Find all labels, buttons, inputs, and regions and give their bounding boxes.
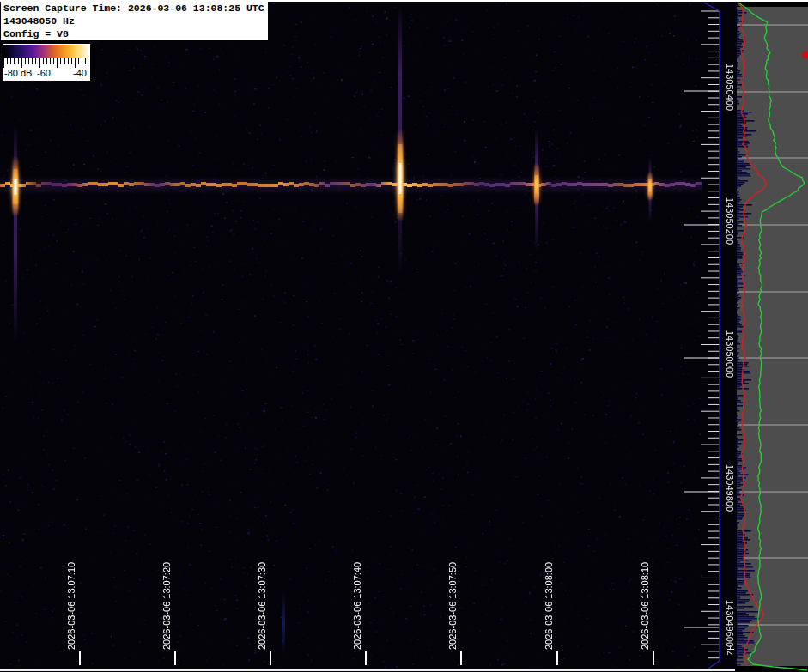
- time-tick-label: 2026-03-06 13:07:40: [351, 562, 363, 650]
- panel-noise-bar: [737, 82, 738, 84]
- time-tick-mark: [174, 651, 176, 665]
- colormap-tick-ruler: [3, 58, 89, 68]
- panel-noise-bar: [737, 606, 753, 608]
- panel-noise-bar: [737, 22, 738, 24]
- panel-noise-bar: [737, 446, 739, 448]
- panel-noise-bar: [737, 518, 742, 520]
- panel-noise-bar: [737, 297, 741, 299]
- panel-noise-bar: [737, 628, 745, 630]
- panel-noise-bar: [737, 326, 744, 328]
- panel-noise-bar: [737, 647, 744, 649]
- panel-noise-bar: [737, 352, 739, 354]
- panel-noise-bar: [737, 64, 738, 65]
- panel-noise-bar: [737, 568, 738, 570]
- panel-noise-bar: [737, 479, 743, 481]
- panel-noise-bar: [737, 493, 739, 494]
- panel-noise-bar: [737, 354, 738, 355]
- panel-noise-bar: [737, 587, 741, 589]
- panel-noise-bar: [737, 623, 738, 625]
- freq-axis-top-diagonal: [704, 3, 720, 11]
- panel-noise-bar: [737, 654, 744, 656]
- panel-noise-bar: [737, 38, 739, 39]
- panel-noise-bar: [737, 206, 743, 208]
- panel-noise-bar: [737, 477, 746, 479]
- panel-noise-bar: [737, 125, 742, 127]
- panel-noise-bar: [737, 290, 739, 292]
- panel-noise-bar: [737, 524, 738, 525]
- panel-noise-bar: [737, 124, 741, 125]
- panel-noise-bar: [737, 187, 738, 189]
- panel-noise-bar: [737, 342, 739, 343]
- panel-noise-bar: [737, 639, 744, 640]
- panel-noise-bar: [737, 505, 740, 506]
- panel-noise-bar: [737, 611, 758, 613]
- panel-noise-bar: [737, 120, 754, 122]
- panel-noise-bar: [737, 256, 742, 257]
- panel-noise-bar: [737, 554, 744, 556]
- panel-noise-bar: [737, 450, 738, 451]
- panel-noise-bar: [737, 285, 738, 287]
- panel-noise-bar: [737, 288, 738, 290]
- panel-noise-bar: [737, 151, 739, 153]
- panel-noise-bar: [737, 33, 741, 34]
- panel-noise-bar: [737, 379, 751, 381]
- panel-noise-bar: [737, 36, 738, 38]
- panel-noise-bar: [737, 584, 744, 585]
- panel-noise-bar: [737, 177, 738, 179]
- panel-noise-bar: [737, 472, 740, 474]
- panel-noise-bar: [737, 185, 741, 187]
- panel-noise-bar: [737, 257, 742, 259]
- panel-noise-bar: [737, 175, 750, 177]
- panel-noise-bar: [737, 300, 738, 302]
- panel-noise-bar: [737, 544, 744, 546]
- panel-noise-bar: [737, 614, 749, 616]
- panel-noise-bar: [737, 34, 740, 36]
- panel-noise-bar: [737, 577, 750, 578]
- panel-noise-bar: [737, 515, 744, 517]
- panel-noise-bar: [737, 307, 739, 309]
- panel-noise-bar: [737, 204, 752, 206]
- panel-noise-bar: [737, 158, 738, 160]
- panel-noise-bar: [737, 283, 744, 285]
- sdr-waterfall-window: Screen Capture Time: 2026-03-06 13:08:25…: [0, 0, 808, 672]
- panel-noise-bar: [737, 455, 739, 457]
- panel-noise-bar: [737, 451, 741, 453]
- time-tick-mark: [365, 651, 367, 665]
- spectrum-analyzer-panel[interactable]: [737, 0, 808, 672]
- panel-noise-bar: [737, 211, 739, 213]
- panel-noise-bar: [737, 294, 739, 295]
- panel-noise-bar: [737, 635, 745, 637]
- panel-noise-bar: [737, 548, 739, 549]
- colormap-labels: -80 dB -60 -40: [3, 68, 90, 80]
- panel-noise-bar: [737, 84, 742, 86]
- frequency-tick-label: 143050000: [724, 330, 736, 385]
- panel-noise-bar: [737, 517, 743, 518]
- panel-noise-bar: [737, 625, 748, 627]
- panel-noise-bar: [737, 443, 741, 445]
- panel-noise-bar: [737, 146, 748, 148]
- panel-noise-bar: [737, 115, 745, 117]
- panel-noise-bar: [737, 374, 742, 376]
- window-bottom-border: [0, 669, 735, 671]
- panel-noise-bar: [737, 462, 738, 463]
- panel-noise-bar: [737, 130, 756, 132]
- panel-noise-bar: [737, 441, 738, 443]
- panel-noise-bar: [737, 570, 755, 572]
- panel-noise-bar: [737, 282, 743, 283]
- panel-noise-bar: [737, 367, 743, 369]
- panel-noise-bar: [737, 427, 739, 429]
- panel-noise-bar: [737, 364, 747, 366]
- panel-noise-bar: [737, 470, 739, 472]
- panel-noise-bar: [737, 46, 743, 48]
- panel-noise-bar: [737, 530, 750, 532]
- panel-noise-bar: [737, 50, 744, 51]
- panel-noise-bar: [737, 194, 739, 196]
- panel-noise-bar: [737, 136, 748, 137]
- panel-noise-bar: [737, 223, 739, 225]
- panel-noise-bar: [737, 118, 744, 120]
- panel-noise-bar: [737, 225, 742, 227]
- panel-noise-bar: [737, 489, 742, 491]
- panel-noise-bar: [737, 141, 749, 142]
- panel-noise-bar: [737, 96, 742, 98]
- panel-noise-bar: [737, 486, 740, 487]
